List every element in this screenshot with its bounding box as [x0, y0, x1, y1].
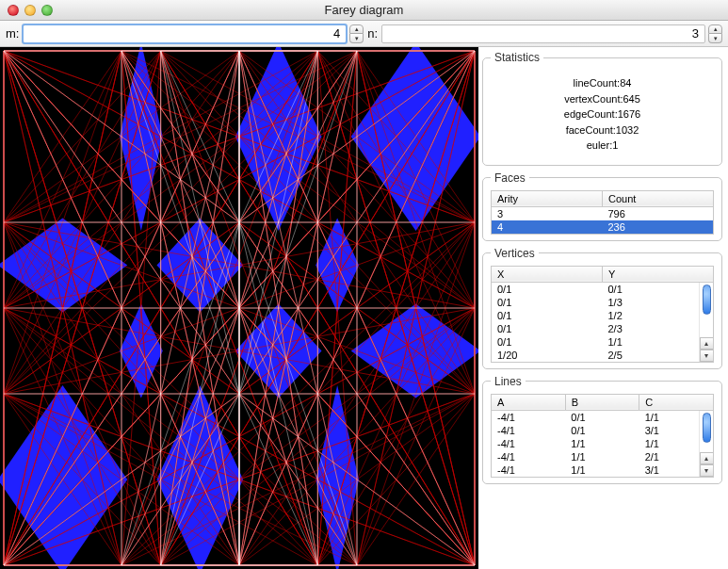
table-row[interactable]: 0/12/3 — [492, 322, 713, 335]
table-row[interactable]: 0/10/1 — [492, 283, 713, 296]
lines-group: Lines A B C -4/10/11/1-4/10/13/1-4/11/11… — [482, 375, 722, 484]
lines-legend: Lines — [491, 375, 526, 388]
zoom-button[interactable] — [41, 5, 53, 16]
vertices-table[interactable]: X Y — [491, 266, 714, 283]
n-step-down[interactable]: ▾ — [708, 34, 722, 43]
titlebar: Farey diagram — [0, 0, 728, 21]
table-row[interactable]: 4236 — [492, 220, 713, 234]
vertices-group: Vertices X Y 0/10/10/11/30/11/20/12/30/1… — [482, 247, 722, 369]
table-row[interactable]: 1/202/5 — [492, 349, 713, 362]
faces-group: Faces Arity Count 37964236 — [482, 171, 722, 241]
n-label: n: — [367, 26, 378, 41]
m-stepper[interactable]: ▴ ▾ — [349, 24, 364, 43]
statistics-legend: Statistics — [491, 51, 543, 64]
n-stepper[interactable]: ▴ ▾ — [708, 24, 722, 43]
vertices-legend: Vertices — [491, 247, 539, 260]
n-input[interactable] — [381, 24, 705, 43]
m-input[interactable] — [23, 24, 347, 43]
table-row[interactable]: -4/10/13/1 — [492, 424, 713, 437]
faces-col-arity[interactable]: Arity — [492, 190, 603, 206]
stat-vertexcount: vertexCount:645 — [491, 91, 714, 107]
table-row[interactable]: 0/11/1 — [492, 335, 713, 349]
input-row: m: ▴ ▾ n: ▴ ▾ — [0, 21, 728, 47]
stat-euler: euler:1 — [491, 138, 714, 154]
faces-col-count[interactable]: Count — [603, 190, 714, 206]
lines-table[interactable]: A B C — [491, 394, 714, 411]
table-row[interactable]: 3796 — [492, 207, 713, 220]
m-step-down[interactable]: ▾ — [349, 34, 364, 43]
table-row[interactable]: 0/11/3 — [492, 296, 713, 309]
vertices-col-y[interactable]: Y — [603, 266, 714, 282]
stat-facecount: faceCount:1032 — [491, 122, 714, 138]
minimize-button[interactable] — [24, 5, 36, 16]
lines-col-c[interactable]: C — [639, 394, 714, 410]
stat-edgecount: edgeCount:1676 — [491, 106, 714, 122]
scroll-down-icon[interactable]: ▾ — [700, 464, 714, 477]
faces-table[interactable]: Arity Count — [491, 190, 714, 207]
table-row[interactable]: 0/11/2 — [492, 309, 713, 322]
farey-canvas — [0, 47, 478, 569]
table-row[interactable]: -4/11/12/1 — [492, 450, 713, 463]
table-row[interactable]: -4/11/13/1 — [492, 463, 713, 477]
lines-col-b[interactable]: B — [565, 394, 639, 410]
traffic-lights — [0, 5, 53, 16]
stat-linecount: lineCount:84 — [491, 75, 714, 91]
scroll-down-icon[interactable]: ▾ — [700, 350, 714, 362]
window-title: Farey diagram — [0, 3, 728, 17]
vertices-scrollbar[interactable]: ▴ ▾ — [699, 283, 713, 362]
faces-legend: Faces — [491, 171, 529, 185]
lines-scrollbar[interactable]: ▴ ▾ — [699, 411, 713, 477]
statistics-group: Statistics lineCount:84 vertexCount:645 … — [482, 51, 722, 166]
scroll-up-icon[interactable]: ▴ — [700, 337, 714, 350]
vertices-col-x[interactable]: X — [492, 266, 603, 282]
lines-col-a[interactable]: A — [492, 394, 566, 410]
scroll-up-icon[interactable]: ▴ — [700, 452, 714, 464]
table-row[interactable]: -4/10/11/1 — [492, 411, 713, 424]
n-step-up[interactable]: ▴ — [708, 24, 722, 34]
m-step-up[interactable]: ▴ — [349, 24, 364, 34]
m-label: m: — [6, 26, 19, 41]
table-row[interactable]: -4/11/11/1 — [492, 437, 713, 450]
close-button[interactable] — [8, 5, 19, 16]
